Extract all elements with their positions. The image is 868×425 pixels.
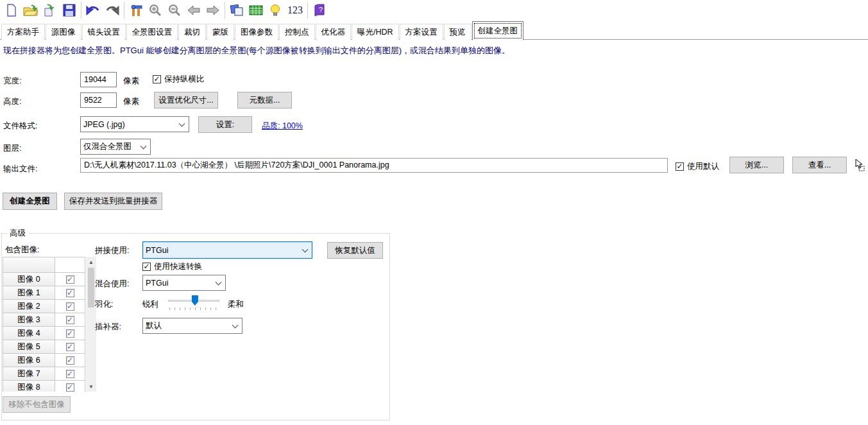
tab-mask[interactable]: 蒙版 [207,24,234,40]
image-row-header[interactable]: 图像 0 [3,273,55,286]
checked-checkbox-icon [66,356,74,365]
width-unit-label: 像素 [123,76,139,87]
image-row-header[interactable]: 图像 6 [3,354,55,367]
checked-checkbox-icon [66,289,74,297]
help-icon[interactable]: ? [310,1,329,19]
tab-project-assistant[interactable]: 方案助手 [1,24,45,40]
include-checkbox[interactable] [55,273,85,286]
tab-crop[interactable]: 裁切 [178,24,206,40]
tab-control-points[interactable]: 控制点 [279,24,315,40]
previous-icon[interactable] [184,1,203,19]
table-row: 图像 6 [3,354,85,367]
file-format-select[interactable]: JPEG (.jpg) [80,116,189,132]
redo-icon[interactable] [103,1,122,19]
layers-select[interactable]: 仅混合全景图 [80,139,151,155]
image-row-header[interactable]: 图像 3 [3,313,55,327]
svg-text:?: ? [319,6,323,13]
image-row-header[interactable]: 图像 5 [3,340,55,354]
tab-preview[interactable]: 预览 [444,24,472,40]
new-project-icon[interactable] [2,1,21,19]
checked-checkbox-icon [66,370,74,378]
output-file-input[interactable] [80,158,668,173]
numbers-icon[interactable]: 123 [285,4,305,16]
include-checkbox[interactable] [55,313,85,327]
stitch-using-select[interactable]: PTGui [142,241,312,259]
image-row-header[interactable]: 图像 2 [3,300,55,313]
height-label: 高度: [3,96,21,107]
image-row-header[interactable]: 图像 7 [3,367,55,381]
interpolator-select[interactable]: 默认 [142,318,243,334]
slider-thumb[interactable] [192,295,198,306]
feather-slider[interactable] [168,295,221,311]
checked-checkbox-icon [66,329,74,338]
browse-button[interactable]: 浏览... [729,157,784,173]
scroll-up-icon[interactable]: ▲ [86,257,96,267]
stitch-using-label: 拼接使用: [95,245,129,256]
quality-link[interactable]: 品质: 100% [262,121,303,132]
undo-icon[interactable] [83,1,103,19]
tab-project-settings[interactable]: 方案设置 [400,24,443,40]
table-row: 图像 8 [3,381,85,392]
tab-lens-settings[interactable]: 镜头设置 [82,24,126,40]
fast-transform-checkbox[interactable]: 使用快速转换 [142,261,202,272]
table-row: 图像 7 [3,367,85,381]
image-row-header[interactable]: 图像 1 [3,286,55,300]
tab-panorama-settings[interactable]: 全景图设置 [126,24,178,40]
mouse-cursor [855,159,865,173]
restore-defaults-button[interactable]: 恢复默认值 [327,242,383,259]
format-settings-button[interactable]: 设置: [198,116,252,133]
scroll-down-icon[interactable]: ▼ [86,381,96,392]
tab-source-images[interactable]: 源图像 [46,24,81,40]
ptgui-create-panorama-window: 123 ? 方案助手 源图像 镜头设置 全景图设置 裁切 蒙版 图像参数 控制点… [0,0,868,425]
panorama-editor-icon[interactable] [227,1,246,19]
include-checkbox[interactable] [55,354,85,367]
view-button[interactable]: 查看... [792,157,847,173]
width-input[interactable] [80,72,117,87]
toolbar-separator [225,2,225,19]
create-panorama-button[interactable]: 创建全景图 [3,193,57,210]
zoom-out-icon[interactable] [165,1,184,19]
open-project-icon[interactable] [21,1,40,19]
save-project-icon[interactable] [60,1,79,19]
include-checkbox[interactable] [55,327,85,340]
include-checkbox[interactable] [55,300,85,313]
height-unit-label: 像素 [123,96,139,107]
detail-viewer-icon[interactable] [246,1,266,19]
include-checkbox[interactable] [55,367,85,381]
blend-using-select[interactable]: PTGui [142,275,226,291]
toolbar-separator [124,2,124,19]
image-row-header[interactable]: 图像 4 [3,327,55,340]
include-checkbox[interactable] [55,340,85,354]
width-label: 宽度: [3,76,21,87]
tab-optimizer[interactable]: 优化器 [316,24,352,40]
tools-icon[interactable] [126,1,146,19]
include-images-label: 包含图像: [5,245,39,256]
hint-icon[interactable] [266,1,285,19]
toolbar-separator [307,2,308,19]
use-default-checkbox[interactable]: 使用默认 [676,161,719,172]
zoom-in-icon[interactable] [146,1,165,19]
scrollbar-thumb[interactable] [88,268,94,308]
metadata-button[interactable]: 元数据... [237,92,292,108]
file-format-label: 文件格式: [3,121,37,132]
keep-aspect-label: 保持纵横比 [164,74,205,85]
tab-image-parameters[interactable]: 图像参数 [235,24,278,40]
image-row-header[interactable]: 图像 8 [3,381,55,392]
keep-aspect-checkbox[interactable]: 保持纵横比 [153,74,205,85]
table-row: 图像 1 [3,286,85,300]
include-checkbox[interactable] [55,381,85,392]
set-optimum-size-button[interactable]: 设置优化尺寸... [154,92,218,108]
next-icon[interactable] [203,1,223,19]
layers-value: 仅混合全景图 [83,141,139,152]
include-column-header [55,257,85,273]
height-input[interactable] [80,92,117,108]
tab-create-panorama[interactable]: 创建全景图 [472,21,524,40]
table-header-row [3,257,85,273]
include-checkbox[interactable] [55,286,85,300]
apply-template-icon[interactable] [40,1,60,19]
send-to-batch-stitcher-button[interactable]: 保存并发送到批量拼接器 [64,193,162,210]
remove-unincluded-images-button[interactable]: 移除不包含图像 [3,396,71,413]
use-default-label: 使用默认 [687,161,719,172]
checked-checkbox-icon [66,383,74,392]
tab-exposure-hdr[interactable]: 曝光/HDR [352,24,399,40]
